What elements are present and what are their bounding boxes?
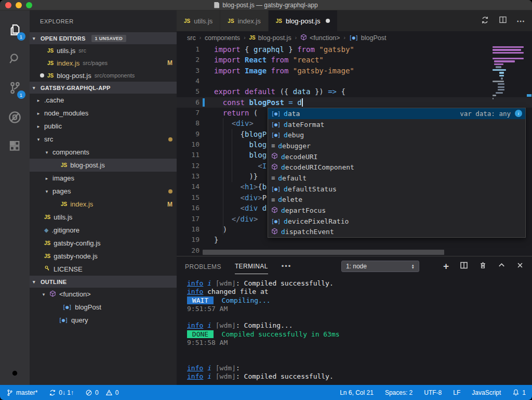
breadcrumb-blogpost[interactable]: [●]blogPost xyxy=(349,34,387,42)
tab-index-js[interactable]: JSindex.js xyxy=(220,10,268,31)
explorer-icon[interactable]: 1 xyxy=(4,18,26,42)
line-number: 5 xyxy=(177,86,208,97)
tree-item-images[interactable]: ▸images xyxy=(30,172,177,185)
tree-item-node-modules[interactable]: ▸node_modules xyxy=(30,107,177,120)
twistie-icon: ▸ xyxy=(36,124,41,129)
chevron-down-icon: ▾ xyxy=(33,36,38,41)
js-file-icon: JS xyxy=(47,60,54,66)
notifications-item[interactable]: 1 xyxy=(512,389,526,396)
tree-item-public[interactable]: ▸public xyxy=(30,120,177,133)
indentation-item[interactable]: Spaces: 2 xyxy=(385,389,413,396)
breadcrumb--function-[interactable]: <function> xyxy=(300,34,340,42)
tab-blog-post-js[interactable]: JSblog-post.js xyxy=(269,10,338,31)
new-terminal-icon[interactable]: + xyxy=(443,264,449,269)
maximize-panel-icon[interactable] xyxy=(498,261,506,271)
git-modified-gutter xyxy=(203,98,205,107)
source-control-icon[interactable]: 1 xyxy=(4,76,26,100)
debug-icon[interactable] xyxy=(4,105,26,129)
tree-item--gitignore[interactable]: ◆.gitignore xyxy=(30,224,177,237)
minimap[interactable] xyxy=(493,46,526,104)
panel-more-icon[interactable]: ••• xyxy=(282,262,292,270)
settings-gear-icon[interactable] xyxy=(0,367,30,380)
tree-item-index-js[interactable]: JSindex.jsM xyxy=(30,198,177,211)
open-editor-item[interactable]: JSindex.jssrc/pagesM xyxy=(30,57,177,69)
tree-item-gatsby-node-js[interactable]: JSgatsby-node.js xyxy=(30,250,177,263)
js-file-icon: JS xyxy=(249,35,255,41)
kill-terminal-icon[interactable] xyxy=(479,261,487,272)
git-modified-badge: M xyxy=(167,59,172,67)
outline-item--function-[interactable]: ▾<function> xyxy=(30,288,177,301)
sync-editors-icon[interactable] xyxy=(481,16,489,27)
project-root-header[interactable]: ▾ GATSBY-GRAPHQL-APP xyxy=(30,82,177,94)
breadcrumb-components[interactable]: components xyxy=(205,34,240,42)
suggestion-dispatchEvent[interactable]: dispatchEvent xyxy=(268,227,525,238)
symbol-function-icon xyxy=(271,207,278,215)
tab-utils-js[interactable]: JSutils.js xyxy=(177,10,220,31)
tree-item-src[interactable]: ▾src xyxy=(30,133,177,146)
tree-item-pages[interactable]: ▾pages xyxy=(30,185,177,198)
search-icon[interactable] xyxy=(4,47,26,71)
symbol-function-icon xyxy=(271,228,278,236)
breadcrumbs[interactable]: src›components›JSblog-post.js›<function>… xyxy=(177,31,532,44)
code-line-5: 5export default ({ data }) => { xyxy=(177,86,532,97)
open-editor-item[interactable]: JSutils.jssrc xyxy=(30,44,177,57)
tree-item-blog-post-js[interactable]: JSblog-post.js xyxy=(30,159,177,172)
zoom-window-button[interactable] xyxy=(26,2,32,8)
sync-changes-item[interactable]: 0↓ 1↑ xyxy=(49,389,74,396)
symbol-keyword-icon: ≡ xyxy=(271,142,275,149)
terminal-output[interactable]: info i ⌈wdm⌋: Compiled successfully.info… xyxy=(177,276,532,385)
tree-item-components[interactable]: ▾components xyxy=(30,146,177,159)
symbol-variable-icon: [●] xyxy=(271,122,281,127)
breadcrumb-src[interactable]: src xyxy=(187,34,196,42)
suggestion-debugger[interactable]: ≡debugger xyxy=(268,140,525,151)
extensions-icon[interactable] xyxy=(4,134,26,158)
close-panel-icon[interactable] xyxy=(516,262,524,271)
outline-item-query[interactable]: [●]query xyxy=(30,314,177,327)
eol-item[interactable]: LF xyxy=(453,389,460,396)
open-editor-item[interactable]: JSblog-post.jssrc/components xyxy=(30,69,177,82)
encoding-item[interactable]: UTF-8 xyxy=(424,389,442,396)
panel-header: PROBLEMS TERMINAL ••• 1: node ▲▼ + xyxy=(177,256,532,276)
autocomplete-popup: [●]datavar data: anyi[●]dateFormat[●]deb… xyxy=(268,108,526,238)
suggestion-delete[interactable]: ≡delete xyxy=(268,195,525,205)
horizontal-scrollbar[interactable] xyxy=(203,250,444,255)
suggestion-decodeURIComponent[interactable]: decodeURIComponent xyxy=(268,162,525,173)
suggestion-decodeURI[interactable]: decodeURI xyxy=(268,151,525,162)
more-actions-icon[interactable]: ⋯ xyxy=(516,16,525,26)
split-editor-icon[interactable] xyxy=(499,16,507,26)
cursor-position-item[interactable]: Ln 6, Col 21 xyxy=(340,389,374,396)
vscode-window: blog-post.js — gatsby-graphql-app 1 1 xyxy=(0,0,532,400)
breadcrumb-blog-post-js[interactable]: JSblog-post.js xyxy=(249,34,291,42)
terminal-line: info changed file at xyxy=(187,288,532,296)
suggestion-data[interactable]: [●]datavar data: anyi xyxy=(268,108,525,119)
suggestion-devicePixelRatio[interactable]: [●]devicePixelRatio xyxy=(268,216,525,227)
js-file-icon: JS xyxy=(44,214,50,220)
tree-item-gatsby-config-js[interactable]: JSgatsby-config.js xyxy=(30,237,177,250)
code-editor[interactable]: 1import { graphql } from "gatsby"2import… xyxy=(177,44,532,256)
open-editors-header[interactable]: ▾ OPEN EDITORS 1 UNSAVED xyxy=(30,32,177,44)
git-changes-dot xyxy=(168,137,172,141)
tab-problems[interactable]: PROBLEMS xyxy=(185,259,221,274)
tab-terminal[interactable]: TERMINAL xyxy=(235,258,268,274)
tree-item--cache[interactable]: ▸.cache xyxy=(30,94,177,107)
split-terminal-icon[interactable] xyxy=(460,261,468,272)
activity-bar: 1 1 xyxy=(0,10,30,385)
suggestion-default[interactable]: ≡default xyxy=(268,173,525,184)
js-file-icon: JS xyxy=(61,201,67,207)
minimize-window-button[interactable] xyxy=(16,2,22,8)
suggestion-defaultStatus[interactable]: [●]defaultStatus xyxy=(268,184,525,195)
terminal-line xyxy=(187,356,532,364)
suggestion-departFocus[interactable]: departFocus xyxy=(268,205,525,216)
tree-item-utils-js[interactable]: JSutils.js xyxy=(30,211,177,224)
tree-item-license[interactable]: LICENSE xyxy=(30,263,177,276)
git-branch-item[interactable]: master* xyxy=(6,389,37,396)
language-mode-item[interactable]: JavaScript xyxy=(472,389,501,396)
outline-header[interactable]: ▾ OUTLINE xyxy=(30,276,177,288)
outline-item-blogpost[interactable]: [●]blogPost xyxy=(30,301,177,314)
terminal-select[interactable]: 1: node ▲▼ xyxy=(341,261,419,272)
suggestion-dateFormat[interactable]: [●]dateFormat xyxy=(268,119,525,130)
close-window-button[interactable] xyxy=(5,2,11,8)
suggestion-debug[interactable]: [●]debug xyxy=(268,130,525,140)
source-control-badge: 1 xyxy=(17,91,25,99)
problems-item[interactable]: 0 0 xyxy=(85,389,118,396)
